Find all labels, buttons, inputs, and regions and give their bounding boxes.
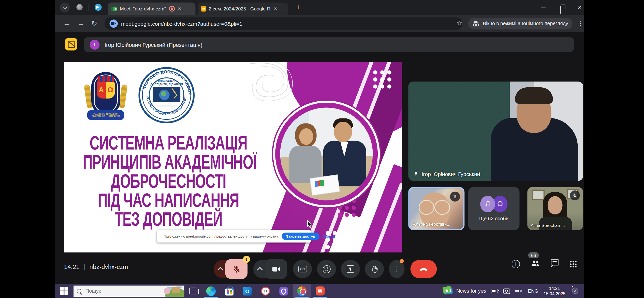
taskbar-item-store[interactable] bbox=[220, 284, 238, 298]
present-screen-icon bbox=[347, 265, 354, 273]
store-icon bbox=[225, 288, 233, 295]
close-tab-icon[interactable]: ✕ bbox=[178, 6, 181, 11]
screen-share-notification: Приложению meet.google.com предоставлен … bbox=[157, 230, 311, 243]
taskbar-item-wps[interactable]: W bbox=[311, 284, 329, 298]
reload-icon[interactable]: ↻ bbox=[91, 19, 97, 28]
task-view-button[interactable] bbox=[189, 288, 197, 294]
more-options-icon: ⋮ bbox=[394, 265, 400, 273]
incognito-icon bbox=[473, 21, 480, 26]
globe-icon[interactable] bbox=[77, 4, 83, 10]
taskbar-search[interactable] bbox=[73, 285, 184, 296]
address-bar[interactable]: meet.google.com/nbz-dvhx-czm?authuser=0&… bbox=[105, 17, 462, 30]
taskbar-clock[interactable]: 14:21 15.04.2025 bbox=[544, 286, 565, 296]
screen: Meet: "nbz-dvhx-czm" ✕ 2 сем. 2024/2025 … bbox=[55, 0, 584, 298]
glasses-icon bbox=[419, 200, 434, 215]
hide-notification-link[interactable]: Скрыть bbox=[323, 234, 335, 238]
minimize-icon bbox=[541, 7, 546, 7]
battery-icon[interactable] bbox=[491, 289, 498, 293]
window-restore-button[interactable] bbox=[560, 6, 561, 13]
people-button[interactable]: 66 bbox=[531, 260, 540, 268]
emblem-ribbon-text: УМАНСЬКИЙ ДЕРЖАВНИЙ ПЕДАГОГІЧНИЙ УНІВЕРС… bbox=[87, 110, 124, 120]
presenter-avatar: I bbox=[90, 40, 100, 50]
tab-slides[interactable]: 2 сем. 2024/2025 - Google Пре ✕ bbox=[198, 3, 288, 15]
new-tab-icon[interactable]: + bbox=[296, 4, 300, 10]
glasses-icon bbox=[434, 200, 450, 215]
presentation-warning-button[interactable] bbox=[65, 38, 77, 51]
close-tab-icon[interactable]: ✕ bbox=[274, 6, 277, 11]
wps-office-icon: W bbox=[316, 287, 325, 296]
tab-title: Meet: "nbz-dvhx-czm" bbox=[120, 6, 166, 11]
notification-dot bbox=[400, 259, 404, 263]
participant-count-badge: 66 bbox=[528, 252, 539, 258]
clock-date: 15.04.2025 bbox=[544, 291, 565, 296]
presenter-banner-title: Ігор Юрійович Гурський (Презентація) bbox=[105, 42, 202, 48]
tab-search-button[interactable] bbox=[60, 3, 70, 12]
more-participants-tile[interactable]: Л О Ще 62 особи bbox=[468, 187, 520, 230]
participant-name: Ігор Юрійович Гурський bbox=[421, 171, 480, 177]
meeting-time: 14:21 bbox=[64, 263, 80, 270]
telegram-pinned-tab[interactable] bbox=[95, 4, 102, 11]
slide-dot-grid bbox=[338, 199, 356, 217]
slide-dot-grid bbox=[373, 70, 391, 89]
camera-options-button[interactable] bbox=[253, 260, 267, 278]
screen-record-icon[interactable] bbox=[503, 288, 510, 294]
slide-swirl-decoration bbox=[242, 62, 304, 109]
clock-time: 14:21 bbox=[544, 286, 565, 291]
recording-indicator-icon bbox=[169, 6, 175, 12]
news-widget[interactable]: News for you bbox=[444, 288, 487, 294]
chat-button[interactable] bbox=[550, 259, 559, 268]
present-button[interactable] bbox=[341, 260, 360, 278]
tab-meet[interactable]: Meet: "nbz-dvhx-czm" ✕ bbox=[108, 3, 196, 15]
mic-button[interactable]: ! bbox=[225, 259, 248, 279]
end-call-button[interactable] bbox=[411, 260, 437, 278]
windows-taskbar: O ✂ W News for you ✕ ENG 14:21 15.04.202… bbox=[55, 284, 584, 298]
browser-toolbar: ← → ↻ meet.google.com/nbz-dvhx-czm?authu… bbox=[55, 15, 584, 32]
taskbar-item-chrome[interactable] bbox=[293, 284, 311, 298]
news-icon bbox=[444, 287, 453, 294]
raise-hand-button[interactable] bbox=[365, 260, 384, 278]
volume-muted-icon[interactable]: ✕ bbox=[515, 289, 523, 293]
more-options-button[interactable]: ⋮ bbox=[389, 260, 405, 278]
edge-icon bbox=[206, 286, 216, 296]
notification-center-button[interactable]: 3 bbox=[571, 287, 580, 296]
browser-menu-icon[interactable]: ⋮ bbox=[577, 19, 583, 27]
taskbar-item-edge[interactable] bbox=[202, 284, 220, 298]
participant-tile-2[interactable]: Alina Sorochan ... bbox=[527, 187, 583, 230]
stop-sharing-button[interactable]: Закрыть доступ bbox=[282, 233, 319, 240]
taskbar-item-viber[interactable] bbox=[275, 284, 293, 298]
smiley-icon bbox=[323, 265, 330, 273]
camera-permission-icon[interactable] bbox=[110, 19, 118, 28]
main-video-tile[interactable]: Ігор Юрійович Гурський bbox=[408, 82, 583, 181]
more-participants-label: Ще 62 особи bbox=[479, 216, 508, 222]
people-icon bbox=[531, 260, 540, 267]
reactions-button[interactable] bbox=[317, 260, 336, 278]
back-icon[interactable]: ← bbox=[63, 19, 70, 28]
search-illustration bbox=[158, 285, 184, 296]
camera-button[interactable] bbox=[265, 259, 287, 279]
window-minimize-button[interactable] bbox=[541, 7, 546, 7]
activities-grid-icon[interactable] bbox=[569, 260, 577, 267]
tab-title: 2 сем. 2024/2025 - Google Пре bbox=[209, 6, 271, 11]
captions-button[interactable]: CC bbox=[293, 260, 312, 278]
notification-count-badge: 3 bbox=[572, 288, 578, 294]
mic-options-button[interactable] bbox=[214, 260, 227, 278]
browser-tab-strip: Meet: "nbz-dvhx-czm" ✕ 2 сем. 2024/2025 … bbox=[55, 0, 584, 15]
start-button[interactable] bbox=[60, 287, 67, 294]
search-input[interactable] bbox=[84, 288, 144, 294]
bookmark-star-icon[interactable]: ☆ bbox=[457, 19, 462, 27]
window-close-button[interactable]: ✕ bbox=[577, 5, 582, 10]
camera-icon bbox=[272, 266, 280, 272]
incognito-label: Вікно в режимі анонімного перегляду bbox=[483, 21, 568, 26]
language-indicator[interactable]: ENG bbox=[528, 289, 538, 294]
taskbar-item-outlook[interactable]: O bbox=[238, 284, 257, 298]
chat-icon bbox=[550, 259, 559, 267]
meeting-details-button[interactable]: i bbox=[512, 260, 520, 268]
participant-avatar: Л bbox=[480, 196, 495, 212]
participant-tile-1[interactable]: Альона Георгіївн... bbox=[408, 187, 464, 230]
taskbar-item-snipping[interactable]: ✂ bbox=[256, 284, 275, 298]
meet-page: I Ігор Юрійович Гурський (Презентація) bbox=[55, 32, 584, 284]
url-text[interactable]: meet.google.com/nbz-dvhx-czm?authuser=0&… bbox=[121, 20, 242, 26]
forward-icon[interactable]: → bbox=[77, 19, 84, 28]
chevron-down-icon bbox=[63, 5, 67, 9]
tray-expand-icon[interactable] bbox=[481, 289, 486, 294]
